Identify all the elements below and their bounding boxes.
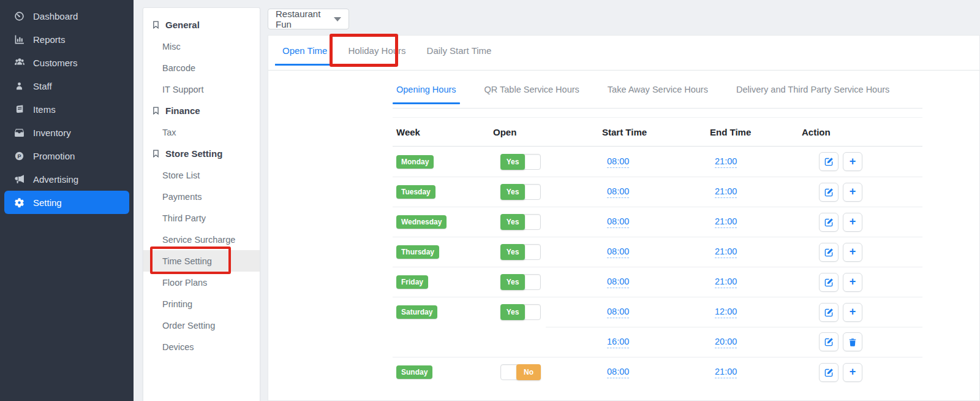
edit-button[interactable] <box>819 273 839 292</box>
add-button[interactable]: + <box>843 152 862 171</box>
delete-button[interactable] <box>843 332 862 351</box>
sidebar-item-setting[interactable]: Setting <box>4 191 129 214</box>
nav-item-payments[interactable]: Payments <box>143 186 260 207</box>
nav-item-printing[interactable]: Printing <box>143 293 260 315</box>
opening-hours-table: Week Open Start Time End Time Action Mon… <box>393 117 922 387</box>
sidebar-item-label: Customers <box>33 58 78 68</box>
column-header-action: Action <box>802 127 922 137</box>
edit-button[interactable] <box>819 183 839 202</box>
sidebar-item-label: Inventory <box>33 128 71 138</box>
nav-item-time-setting[interactable]: Time Setting <box>143 250 260 272</box>
nav-section-label: Store Setting <box>165 148 222 159</box>
sidebar-item-items[interactable]: Items <box>0 97 134 121</box>
advertising-icon <box>13 174 25 185</box>
end-time-link[interactable]: 21:00 <box>715 156 737 168</box>
add-button[interactable]: + <box>843 243 862 262</box>
chevron-down-icon <box>334 17 341 21</box>
edit-button[interactable] <box>819 332 839 351</box>
edit-button[interactable] <box>819 213 839 232</box>
settings-nav: General Misc Barcode IT Support Finance … <box>143 7 260 401</box>
edit-button[interactable] <box>819 243 839 262</box>
end-time-link[interactable]: 20:00 <box>715 337 737 348</box>
start-time-link[interactable]: 08:00 <box>607 307 629 318</box>
sidebar-item-promotion[interactable]: P Promotion <box>0 144 134 167</box>
nav-item-devices[interactable]: Devices <box>143 336 260 357</box>
open-toggle[interactable]: Yes <box>500 154 542 170</box>
start-time-link[interactable]: 08:00 <box>607 277 629 288</box>
setting-icon <box>13 197 25 208</box>
tab-open-time[interactable]: Open Time <box>275 36 334 66</box>
subtab-take-away-service-hours[interactable]: Take Away Service Hours <box>604 71 712 108</box>
sidebar-item-customers[interactable]: Customers <box>0 51 134 74</box>
dashboard-icon <box>13 11 25 21</box>
nav-item-barcode[interactable]: Barcode <box>143 57 260 78</box>
nav-item-third-party[interactable]: Third Party <box>143 207 260 229</box>
store-selector-value: Restaurant Fun <box>276 9 334 29</box>
open-time-content: Opening Hours QR Table Service Hours Tak… <box>393 71 922 387</box>
end-time-link[interactable]: 12:00 <box>715 307 737 318</box>
open-toggle[interactable]: Yes <box>500 214 542 230</box>
tab-daily-start-time[interactable]: Daily Start Time <box>420 36 499 66</box>
start-time-link[interactable]: 16:00 <box>607 337 629 348</box>
add-button[interactable]: + <box>843 213 862 232</box>
nav-item-order-setting[interactable]: Order Setting <box>143 315 260 336</box>
column-header-week: Week <box>396 127 493 137</box>
edit-button[interactable] <box>819 152 839 171</box>
nav-section-label: Finance <box>165 105 200 116</box>
sidebar-item-reports[interactable]: Reports <box>0 28 134 51</box>
add-button[interactable]: + <box>843 303 862 322</box>
nav-item-service-surcharge[interactable]: Service Surcharge <box>143 229 260 250</box>
table-row-saturday: Saturday Yes 08:00 12:00 + <box>393 297 922 327</box>
edit-button[interactable] <box>819 363 839 382</box>
nav-item-it-support[interactable]: IT Support <box>143 78 260 100</box>
bookmark-icon <box>152 21 160 29</box>
sidebar-item-inventory[interactable]: Inventory <box>0 121 134 144</box>
subtab-qr-table-service-hours[interactable]: QR Table Service Hours <box>481 71 583 108</box>
add-button[interactable]: + <box>843 183 862 202</box>
tab-holiday-hours[interactable]: Holiday Hours <box>341 36 413 66</box>
sidebar-item-label: Promotion <box>33 151 75 161</box>
sidebar-item-dashboard[interactable]: Dashboard <box>0 4 134 28</box>
sidebar-item-label: Advertising <box>33 174 78 185</box>
bookmark-icon <box>152 107 160 115</box>
sidebar-item-advertising[interactable]: Advertising <box>0 167 134 191</box>
end-time-link[interactable]: 21:00 <box>715 246 737 258</box>
start-time-link[interactable]: 08:00 <box>607 246 629 258</box>
store-selector-dropdown[interactable]: Restaurant Fun <box>268 9 349 29</box>
table-row-wednesday: Wednesday Yes 08:00 21:00 + <box>393 207 922 237</box>
table-row-friday: Friday Yes 08:00 21:00 + <box>393 267 922 297</box>
subtab-delivery-third-party-service-hours[interactable]: Delivery and Third Party Service Hours <box>733 71 893 108</box>
day-badge: Sunday <box>396 365 432 379</box>
reports-icon <box>13 34 25 45</box>
start-time-link[interactable]: 08:00 <box>607 156 629 168</box>
add-button[interactable]: + <box>843 363 862 382</box>
open-toggle[interactable]: Yes <box>500 304 542 320</box>
table-row-monday: Monday Yes 08:00 21:00 + <box>393 147 922 177</box>
nav-item-store-list[interactable]: Store List <box>143 164 260 186</box>
subtab-opening-hours[interactable]: Opening Hours <box>393 71 460 108</box>
open-toggle[interactable]: Yes <box>500 184 542 200</box>
end-time-link[interactable]: 21:00 <box>715 277 737 288</box>
inventory-icon <box>13 128 25 138</box>
end-time-link[interactable]: 21:00 <box>715 367 737 378</box>
nav-item-tax[interactable]: Tax <box>143 121 260 143</box>
nav-item-floor-plans[interactable]: Floor Plans <box>143 272 260 293</box>
open-toggle[interactable]: No <box>500 364 542 380</box>
nav-section-general: General <box>143 14 260 36</box>
day-badge: Monday <box>396 155 434 169</box>
start-time-link[interactable]: 08:00 <box>607 216 629 228</box>
sidebar-item-label: Dashboard <box>33 11 78 21</box>
table-header-row: Week Open Start Time End Time Action <box>393 118 922 147</box>
edit-button[interactable] <box>819 303 839 322</box>
sidebar-item-staff[interactable]: Staff <box>0 74 134 97</box>
start-time-link[interactable]: 08:00 <box>607 367 629 378</box>
end-time-link[interactable]: 21:00 <box>715 216 737 228</box>
add-button[interactable]: + <box>843 273 862 292</box>
nav-item-misc[interactable]: Misc <box>143 36 260 57</box>
start-time-link[interactable]: 08:00 <box>607 186 629 198</box>
day-badge: Wednesday <box>396 215 447 229</box>
open-toggle[interactable]: Yes <box>500 274 542 290</box>
staff-icon <box>13 82 25 91</box>
open-toggle[interactable]: Yes <box>500 244 542 260</box>
end-time-link[interactable]: 21:00 <box>715 186 737 198</box>
